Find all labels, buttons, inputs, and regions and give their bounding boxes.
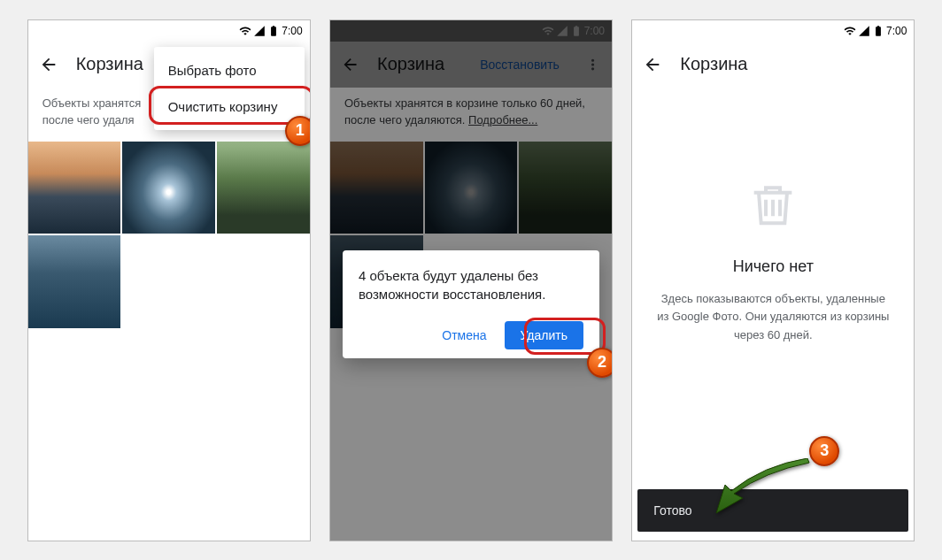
photo-thumbnail[interactable] bbox=[217, 142, 310, 234]
arrow-annotation bbox=[712, 458, 818, 520]
status-time: 7:00 bbox=[886, 25, 907, 37]
back-icon[interactable] bbox=[39, 55, 58, 74]
empty-subtitle: Здесь показываются объекты, удаленные из… bbox=[653, 290, 892, 345]
app-bar: Корзина bbox=[632, 42, 914, 88]
menu-select-photo[interactable]: Выбрать фото bbox=[154, 52, 305, 88]
menu-empty-trash[interactable]: Очистить корзину bbox=[154, 88, 305, 125]
status-bar: 7:00 bbox=[28, 20, 310, 42]
page-title: Корзина bbox=[680, 54, 747, 74]
overflow-menu: Выбрать фото Очистить корзину bbox=[154, 47, 305, 130]
battery-icon bbox=[872, 25, 884, 37]
photo-thumbnail[interactable] bbox=[122, 142, 215, 234]
photo-grid bbox=[28, 142, 310, 328]
back-icon[interactable] bbox=[643, 55, 662, 74]
signal-icon bbox=[858, 25, 870, 37]
photo-thumbnail[interactable] bbox=[28, 235, 121, 328]
dialog-message: 4 объекта будут удалены без возможности … bbox=[359, 266, 583, 303]
step-badge-2: 2 bbox=[587, 348, 613, 378]
phone-screen-1: 7:00 Корзина Объекты хранятся после чего… bbox=[27, 19, 311, 541]
page-title: Корзина bbox=[76, 54, 143, 74]
wifi-icon bbox=[239, 25, 251, 37]
phone-screen-2: 7:00 Корзина Восстановить Объекты хранят… bbox=[329, 19, 613, 541]
empty-state: Ничего нет Здесь показываются объекты, у… bbox=[632, 88, 914, 345]
battery-icon bbox=[267, 25, 280, 37]
confirm-dialog: 4 объекта будут удалены без возможности … bbox=[343, 250, 599, 358]
delete-button[interactable]: Удалить bbox=[505, 321, 583, 349]
wifi-icon bbox=[844, 25, 856, 37]
trash-icon bbox=[745, 176, 801, 233]
signal-icon bbox=[253, 25, 266, 37]
status-bar: 7:00 bbox=[632, 20, 914, 42]
status-time: 7:00 bbox=[282, 25, 302, 37]
phone-screen-3: 7:00 Корзина Ничего нет Здесь показывают… bbox=[631, 19, 915, 541]
step-badge-1: 1 bbox=[285, 116, 311, 146]
snackbar-text: Готово bbox=[653, 503, 691, 518]
cancel-button[interactable]: Отмена bbox=[431, 321, 497, 349]
empty-title: Ничего нет bbox=[733, 257, 814, 276]
photo-thumbnail[interactable] bbox=[28, 142, 121, 234]
